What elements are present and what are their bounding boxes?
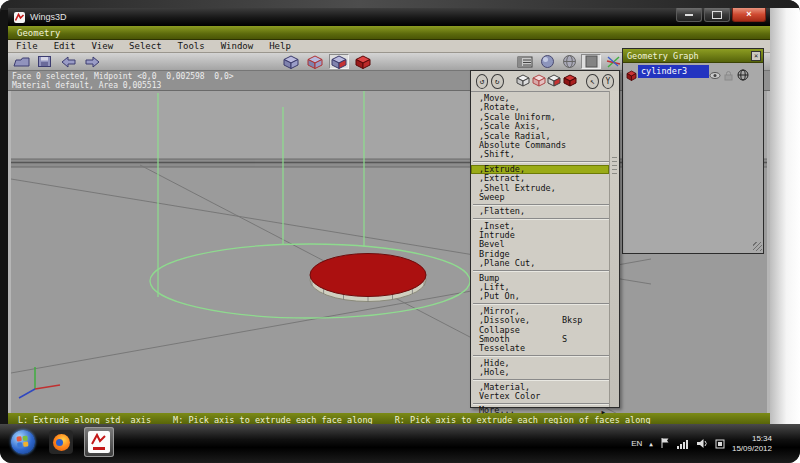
panel-resize-handle[interactable] <box>753 242 762 251</box>
menu-file[interactable]: File <box>8 40 46 52</box>
menu-select[interactable]: Select <box>121 40 170 52</box>
chevron-up-icon[interactable]: ▲ <box>649 440 653 447</box>
edge-mode-icon[interactable] <box>305 54 325 69</box>
maximize-button[interactable] <box>704 8 730 22</box>
edge-mode-icon[interactable] <box>532 72 546 91</box>
body-mode-icon[interactable] <box>563 72 577 91</box>
menu-item-shift[interactable]: ,Shift, <box>471 150 609 159</box>
close-button[interactable]: × <box>732 8 766 22</box>
flat-shading-icon[interactable] <box>581 54 601 69</box>
taskbar-clock[interactable]: 15:34 15/09/2012 <box>732 434 772 454</box>
clock-date: 15/09/2012 <box>732 444 772 454</box>
body-mode-icon[interactable] <box>353 54 373 69</box>
menu-edit[interactable]: Edit <box>46 40 84 52</box>
system-tray: EN ▲ 15:34 15/09/2012 <box>631 424 772 463</box>
smooth-shading-icon[interactable] <box>537 54 557 69</box>
wings3d-logo-icon <box>14 12 25 23</box>
history-icon[interactable]: ↻ <box>491 74 503 89</box>
desktop-background-right <box>770 8 800 424</box>
vertex-mode-icon[interactable] <box>281 54 301 69</box>
geometry-window-title: Geometry <box>17 27 60 39</box>
network-icon[interactable] <box>677 434 690 453</box>
wings3d-app[interactable] <box>84 427 114 457</box>
windows-logo-icon <box>11 430 35 454</box>
object-name-selected[interactable]: cylinder3 <box>638 65 709 78</box>
wireframe-toggle-icon[interactable] <box>737 66 749 85</box>
menu-tools[interactable]: Tools <box>170 40 213 52</box>
magnet-icon[interactable]: Y <box>602 74 614 89</box>
menu-scroll-gutter[interactable] <box>609 91 619 407</box>
menu-help[interactable]: Help <box>261 40 299 52</box>
geometry-graph-title: Geometry Graph <box>627 51 699 61</box>
context-menu-header: ↺ ↻ ↖ Y <box>471 71 619 92</box>
window-title: Wings3D <box>30 12 67 22</box>
menu-item-hole[interactable]: ,Hole, <box>471 368 609 377</box>
menu-view[interactable]: View <box>83 40 121 52</box>
geometry-graph-body: cylinder3 <box>623 63 763 252</box>
tray-status-icon[interactable] <box>715 434 725 453</box>
language-indicator[interactable]: EN <box>631 439 642 448</box>
window-titlebar[interactable]: Wings3D × <box>8 8 770 26</box>
face-mode-icon[interactable] <box>329 54 349 69</box>
redo-icon[interactable] <box>82 54 102 69</box>
geometry-graph-titlebar[interactable]: Geometry Graph × <box>623 49 763 63</box>
open-icon[interactable] <box>12 54 32 69</box>
menu-item-put-on[interactable]: ,Put On, <box>471 292 609 301</box>
minimize-icon <box>685 14 693 16</box>
undo-icon[interactable] <box>58 54 78 69</box>
geometry-graph-panel: Geometry Graph × cylinder3 <box>622 48 764 254</box>
shortcut-label: S <box>562 335 567 344</box>
menu-grip-handle[interactable] <box>612 157 617 177</box>
face-context-menu: ↺ ↻ ↖ Y ,Move, ,Rotate, ,Scale Uniform, … <box>470 70 620 408</box>
menu-item-flatten[interactable]: ,Flatten, <box>471 207 609 216</box>
context-menu-list: ,Move, ,Rotate, ,Scale Uniform, ,Scale A… <box>471 92 619 418</box>
axes-icon[interactable] <box>603 54 623 69</box>
object-cube-icon <box>626 66 637 85</box>
menu-item-sweep[interactable]: Sweep <box>471 193 609 202</box>
close-icon: × <box>746 10 751 19</box>
firefox-icon <box>49 430 73 454</box>
menu-item-plane-cut[interactable]: ,Plane Cut, <box>471 259 609 268</box>
geometry-window-header[interactable]: Geometry <box>8 26 770 40</box>
outliner-icon[interactable] <box>515 54 535 69</box>
windows-taskbar: EN ▲ 15:34 15/09/2012 <box>0 424 800 463</box>
menu-item-tesselate[interactable]: Tesselate <box>471 344 609 353</box>
clock-time: 15:34 <box>732 434 772 444</box>
screenshot-root: Wings3D × Geometry File Edit View Select… <box>0 0 800 463</box>
firefox-app[interactable] <box>46 427 76 457</box>
geometry-graph-close-icon[interactable]: × <box>751 51 761 61</box>
repeat-icon[interactable]: ↺ <box>476 74 488 89</box>
lock-icon[interactable] <box>723 66 734 85</box>
cylinder-object[interactable] <box>310 254 426 302</box>
start-button[interactable] <box>8 427 38 457</box>
selected-face[interactable] <box>310 254 426 297</box>
vertex-mode-icon[interactable] <box>516 72 530 91</box>
shortcut-label: Bksp <box>562 316 582 325</box>
face-mode-icon[interactable] <box>547 72 561 91</box>
minimize-button[interactable] <box>676 8 702 22</box>
wings3d-taskbar-icon <box>88 431 110 453</box>
menu-window[interactable]: Window <box>213 40 262 52</box>
save-icon[interactable] <box>34 54 54 69</box>
wireframe-icon[interactable] <box>559 54 579 69</box>
volume-icon[interactable] <box>697 434 708 453</box>
action-center-flag-icon[interactable] <box>660 434 670 453</box>
maximize-icon <box>712 11 722 19</box>
geometry-graph-row-cylinder3[interactable]: cylinder3 <box>625 65 761 78</box>
pointer-icon[interactable]: ↖ <box>586 74 598 89</box>
menu-item-vertex-color[interactable]: Vertex Color <box>471 392 609 401</box>
submenu-arrow-icon: ▶ <box>601 407 605 416</box>
visibility-eye-icon[interactable] <box>709 66 721 85</box>
menu-item-more[interactable]: More...▶ <box>471 406 609 415</box>
